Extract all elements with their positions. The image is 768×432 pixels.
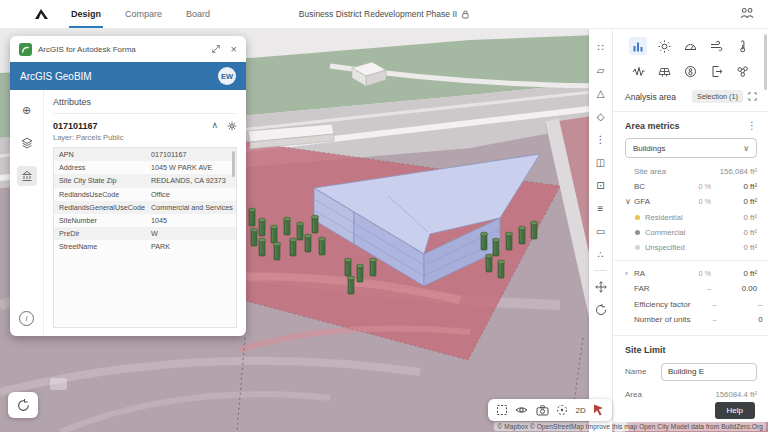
table-row: RedlandsGeneralUseCodeCommercial and Ser… <box>54 201 236 214</box>
arcgis-logo-icon <box>19 43 32 56</box>
user-avatar[interactable]: EW <box>218 67 236 85</box>
commercial-dot <box>635 230 640 235</box>
close-panel-icon[interactable]: × <box>231 44 237 55</box>
unspecified-dot <box>635 245 640 250</box>
attributes-heading: Attributes <box>53 97 237 114</box>
molecule-icon[interactable] <box>733 62 751 80</box>
site-limit-name-row: Name <box>625 363 757 381</box>
map-inset-widget[interactable] <box>50 378 67 390</box>
path-tool[interactable]: ⋮ <box>589 128 612 151</box>
table-row: Site City State ZipREDLANDS, CA 92373 <box>54 174 236 187</box>
area-metrics-title: Area metrics <box>625 121 747 131</box>
extrude-tool[interactable]: ⊡ <box>589 174 612 197</box>
sun-hours-icon[interactable] <box>655 37 673 55</box>
operational-energy-icon[interactable] <box>707 62 725 80</box>
multi-select-tool[interactable]: ∷ <box>589 36 612 59</box>
metric-row-bc: BC 0 % 0 ft² <box>625 179 757 194</box>
metric-row-residential: Residential 0 ft² <box>625 210 757 225</box>
select-value: Buildings <box>633 144 743 153</box>
project-title: Business District Redevelopment Phase II <box>299 9 469 19</box>
frame-select-icon[interactable] <box>496 404 508 416</box>
feature-id: 017101167 <box>53 121 123 131</box>
plane-tool[interactable]: ◇ <box>589 105 612 128</box>
rotate-tool[interactable] <box>589 298 612 321</box>
panel-rail: ⊕ i <box>10 90 44 336</box>
info-icon[interactable]: i <box>19 311 34 326</box>
table-scrollbar[interactable] <box>232 151 235 177</box>
area-value: 156084.4 ft² <box>715 390 757 399</box>
geobim-header: ArcGIS GeoBIM EW <box>10 62 246 90</box>
chevron-down-icon: ∨ <box>743 144 749 153</box>
table-row: StreetNamePARK <box>54 240 236 253</box>
label-tool[interactable]: ▭ <box>589 220 612 243</box>
collaborators-icon[interactable] <box>740 7 754 19</box>
arcgis-geobim-panel: ArcGIS for Autodesk Forma × ArcGIS GeoBI… <box>10 36 246 336</box>
tab-compare[interactable]: Compare <box>125 0 162 28</box>
polygon-draw-tool[interactable]: △ <box>589 82 612 105</box>
add-layer-icon[interactable]: ⊕ <box>17 100 37 120</box>
zoom-to-selection-icon[interactable] <box>748 92 757 101</box>
area-metrics-icon[interactable] <box>629 37 647 55</box>
chevron-down-icon[interactable]: ∨ <box>625 197 634 206</box>
forma-app-window: Design Compare Board Business District R… <box>0 0 768 432</box>
stack-tool[interactable]: ◫ <box>589 151 612 174</box>
expand-panel-icon[interactable] <box>211 44 221 54</box>
noise-icon[interactable] <box>629 62 647 80</box>
lock-icon <box>462 10 469 19</box>
daylight-gauge-icon[interactable] <box>681 37 699 55</box>
divider <box>613 260 768 261</box>
tab-board[interactable]: Board <box>186 0 210 28</box>
camera-icon[interactable] <box>536 405 549 416</box>
site-name-input[interactable] <box>661 363 757 381</box>
orbit-icon[interactable] <box>556 404 568 416</box>
building-type-select[interactable]: Buildings ∨ <box>625 138 757 158</box>
table-row: APN017101167 <box>54 148 236 161</box>
table-row: SiteNumber1045 <box>54 214 236 227</box>
top-bar: Design Compare Board Business District R… <box>0 0 768 29</box>
rail-divider <box>594 270 607 271</box>
project-title-text: Business District Redevelopment Phase II <box>299 9 457 19</box>
site-limit-title: Site Limit <box>625 345 757 355</box>
thermometer-icon[interactable] <box>733 37 751 55</box>
area-metrics-header: Area metrics ⋮ <box>625 120 757 131</box>
feature-header: 017101167 Layer: Parcels Public ∧ <box>53 114 237 147</box>
levels-tool[interactable]: ≡ <box>589 197 612 220</box>
group-tool[interactable]: ∴ <box>589 243 612 266</box>
highlight-feature-icon[interactable] <box>227 121 237 131</box>
move-tool[interactable] <box>589 275 612 298</box>
pointer-cursor-icon[interactable] <box>593 404 604 416</box>
collapse-icon[interactable]: ∧ <box>211 121 218 130</box>
mode-2d-button[interactable]: 2D <box>576 406 586 415</box>
area-label: Area <box>625 390 715 399</box>
panel-header: ArcGIS for Autodesk Forma × <box>10 36 246 62</box>
kebab-menu-icon[interactable]: ⋮ <box>747 120 757 131</box>
autodesk-logo-icon <box>34 9 49 19</box>
sidebar-scrollbar[interactable] <box>764 34 767 90</box>
modeling-tool-rail: ∷ ▱ △ ◇ ⋮ ◫ ⊡ ≡ ▭ ∴ <box>589 28 612 432</box>
parcels-tool-icon[interactable] <box>17 166 37 186</box>
help-button[interactable]: Help <box>715 402 755 419</box>
map-attribution[interactable]: © Mapbox © OpenStreetMap Improve this ma… <box>494 422 766 431</box>
embodied-carbon-icon[interactable] <box>681 62 699 80</box>
residential-dot <box>635 215 640 220</box>
table-row: Address1045 W PARK AVE <box>54 161 236 174</box>
layers-icon[interactable] <box>17 133 37 153</box>
metric-row-units: Number of units – 0 <box>625 312 757 327</box>
tab-design[interactable]: Design <box>71 0 101 28</box>
panel-title: ArcGIS for Autodesk Forma <box>38 45 205 54</box>
box-draw-tool[interactable]: ▱ <box>589 59 612 82</box>
site-limit-area-row: Area 156084.4 ft² <box>625 390 757 399</box>
solar-panel-icon[interactable] <box>655 62 673 80</box>
name-label: Name <box>625 367 653 376</box>
analysis-area-row: Analysis area Selection (1) <box>625 90 757 103</box>
metric-row-commercial: Commercial 0 ft² <box>625 225 757 240</box>
wind-icon[interactable] <box>707 37 725 55</box>
selection-chip[interactable]: Selection (1) <box>692 90 743 103</box>
sync-button[interactable] <box>8 392 38 418</box>
chevron-right-icon[interactable]: › <box>625 269 634 278</box>
visibility-eye-icon[interactable] <box>515 405 528 415</box>
analysis-area-label: Analysis area <box>625 92 692 102</box>
divider <box>613 111 768 112</box>
divider <box>613 335 768 336</box>
viewport-toolbar: 2D <box>488 399 612 421</box>
